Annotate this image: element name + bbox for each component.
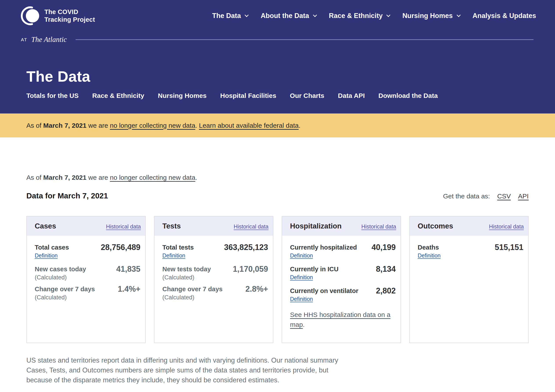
calculated-note: (Calculated) [162,274,268,281]
historical-data-link[interactable]: Historical data [489,223,524,230]
subnav-totals-for-the-us[interactable]: Totals for the US [26,92,79,100]
stat-label: Total tests [162,244,194,251]
nav-item-analysis-updates[interactable]: Analysis & Updates [473,12,536,20]
stat-label: Total cases [35,244,69,251]
hhs-map-line: See HHS hospitalization data on a map. [290,310,393,329]
calculated-note: (Calculated) [35,274,140,281]
card-body: Currently hospitalized 40,199 Definition… [282,236,401,343]
site-header: The COVID Tracking Project The Data Abou… [0,0,555,114]
stat-value: 8,134 [376,265,396,273]
stat-value: 41,835 [116,265,140,273]
main-content: As of March 7, 2021 we are no longer col… [0,174,555,385]
nav-item-label: Race & Ethnicity [329,12,383,20]
subnav-download-the-data[interactable]: Download the Data [378,92,438,100]
notice-text: . [195,174,197,181]
card-body: Total tests 363,825,123 Definition New t… [154,236,273,312]
hhs-map-link[interactable]: See HHS hospitalization data on a map [290,311,390,328]
stat-label: Currently hospitalized [290,244,357,251]
sub-nav: Totals for the US Race & Ethnicity Nursi… [0,92,555,114]
banner-date: March 7, 2021 [43,122,87,129]
stat-value: 363,825,123 [224,244,268,251]
site-logo[interactable]: The COVID Tracking Project [20,5,95,26]
banner-text: As of [26,122,43,129]
notice-no-longer-collecting-link[interactable]: no longer collecting new data [110,174,195,181]
header-divider [76,39,533,40]
subnav-hospital-facilities[interactable]: Hospital Facilities [220,92,276,100]
no-longer-collecting-banner: As of March 7, 2021 we are no longer col… [0,114,555,137]
card-header: Hospitalization Historical data [282,216,401,236]
main-nav: The Data About the Data Race & Ethnicity… [199,12,536,20]
nav-item-label: Analysis & Updates [473,12,536,20]
banner-federal-data-link[interactable]: Learn about available federal data [199,122,299,129]
stat-label: Deaths [418,244,439,251]
summary-cards: Cases Historical data Total cases 28,756… [26,216,529,343]
card-title: Tests [162,222,181,230]
stat-row: Change over 7 days 2.8%+ [162,285,268,293]
chevron-down-icon [245,13,249,17]
stat-label: Currently on ventilator [290,287,358,295]
hhs-map-period: . [303,321,305,328]
historical-data-link[interactable]: Historical data [361,223,396,230]
notice-text: As of [26,174,43,181]
at-label: AT [21,37,27,42]
banner-no-longer-collecting-link[interactable]: no longer collecting new data [110,122,195,129]
data-for-date-heading: Data for March 7, 2021 [26,191,108,200]
stat-label: New cases today [35,265,86,273]
stat-value: 2,802 [376,287,396,295]
hospitalization-card: Hospitalization Historical data Currentl… [282,216,401,343]
get-data-label: Get the data as: [443,192,490,200]
stat-row: Change over 7 days 1.4%+ [35,285,140,293]
subnav-our-charts[interactable]: Our Charts [290,92,324,100]
definition-link[interactable]: Definition [162,252,185,259]
definition-link[interactable]: Definition [290,252,313,259]
definition-link[interactable]: Definition [290,296,313,302]
calculated-note: (Calculated) [162,294,268,301]
nav-item-label: Nursing Homes [402,12,453,20]
banner-text: . [195,122,199,129]
card-body: Deaths 515,151 Definition [410,236,528,265]
stat-label: New tests today [162,265,211,273]
stat-label: Currently in ICU [290,265,339,273]
banner-text: we are [87,122,110,129]
definition-link[interactable]: Definition [35,252,58,259]
subnav-race-ethnicity[interactable]: Race & Ethnicity [92,92,144,100]
the-atlantic-wordmark[interactable]: The Atlantic [31,36,67,44]
subnav-nursing-homes[interactable]: Nursing Homes [158,92,207,100]
subnav-data-api[interactable]: Data API [338,92,365,100]
cases-card: Cases Historical data Total cases 28,756… [26,216,146,343]
nav-item-race-ethnicity[interactable]: Race & Ethnicity [329,12,390,20]
csv-link[interactable]: CSV [497,192,511,200]
stat-row: New cases today 41,835 [35,265,140,273]
stat-row: Total tests 363,825,123 [162,244,268,251]
nav-item-about-the-data[interactable]: About the Data [261,12,316,20]
stat-row: Total cases 28,756,489 [35,244,140,251]
stat-value: 1.4%+ [118,285,140,293]
logo-line2: Tracking Project [44,16,95,23]
card-title: Outcomes [418,222,453,230]
api-link[interactable]: API [518,192,529,200]
page-title: The Data [26,68,529,85]
card-header: Tests Historical data [154,216,273,236]
nav-item-label: The Data [212,12,241,20]
card-title: Hospitalization [290,222,342,230]
historical-data-link[interactable]: Historical data [106,223,141,230]
title-block: The Data [0,68,555,85]
disclaimer-text: US states and territories report data in… [26,355,353,385]
stat-value: 28,756,489 [101,244,140,251]
stat-value: 2.8%+ [245,285,268,293]
historical-data-link[interactable]: Historical data [234,223,269,230]
atlantic-row: AT The Atlantic [0,36,555,44]
nav-item-the-data[interactable]: The Data [212,12,248,20]
stat-value: 1,170,059 [233,265,268,273]
stat-value: 40,199 [372,244,396,251]
stat-value: 515,151 [495,244,523,251]
nav-item-nursing-homes[interactable]: Nursing Homes [402,12,460,20]
definition-link[interactable]: Definition [290,274,313,280]
outcomes-card: Outcomes Historical data Deaths 515,151 … [409,216,529,343]
logo-line1: The COVID [44,8,78,15]
header-top: The COVID Tracking Project The Data Abou… [0,0,555,26]
definition-link[interactable]: Definition [418,252,440,259]
stat-row: New tests today 1,170,059 [162,265,268,273]
card-body: Total cases 28,756,489 Definition New ca… [27,236,145,312]
covid-tracking-logo-icon [20,5,40,26]
